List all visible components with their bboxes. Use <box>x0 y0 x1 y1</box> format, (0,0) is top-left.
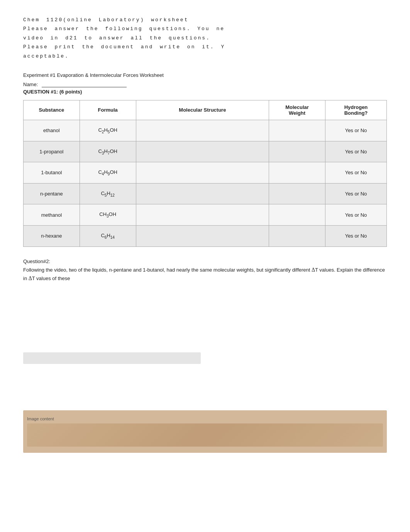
molecular-weight-cell[interactable] <box>269 120 325 141</box>
substance-formula: C6H14 <box>80 225 136 246</box>
molecular-structure-cell[interactable] <box>136 120 269 141</box>
header-line3: video in d21 to answer all the questions… <box>23 34 387 42</box>
substance-formula: CH3OH <box>80 204 136 226</box>
question1-label: QUESTION #1: <box>23 89 58 95</box>
table-row: methanol CH3OH Yes or No <box>24 204 387 226</box>
name-underline[interactable] <box>42 81 127 87</box>
col-header-molecular-weight: MolecularWeight <box>269 100 325 120</box>
molecular-weight-cell[interactable] <box>269 204 325 226</box>
header-line5: acceptable. <box>23 52 387 61</box>
table-row: ethanol C2H5OH Yes or No <box>24 120 387 141</box>
blurred-content <box>23 352 201 364</box>
col-header-molecular-structure: Molecular Structure <box>136 100 269 120</box>
bottom-image-label: Image content <box>27 416 383 421</box>
header-line2: Please answer the following questions. Y… <box>23 24 387 33</box>
experiment-title: Experiment #1 Evaporation & Intermolecul… <box>23 72 387 78</box>
question2-body: Following the video, two of the liquids,… <box>23 266 387 283</box>
col-header-hydrogen-bonding: HydrogenBonding? <box>325 100 386 120</box>
substance-name: 1-butanol <box>24 162 80 184</box>
header-section: Chem 1120(online Laboratory) worksheet P… <box>23 15 387 61</box>
name-label: Name: <box>23 82 38 87</box>
substance-formula: C2H5OH <box>80 120 136 141</box>
molecular-weight-cell[interactable] <box>269 183 325 204</box>
substance-name: methanol <box>24 204 80 226</box>
hydrogen-bonding-cell[interactable]: Yes or No <box>325 183 386 204</box>
substance-formula: C5H12 <box>80 183 136 204</box>
substance-formula: C3H7OH <box>80 141 136 162</box>
bottom-image-section: Image content <box>23 410 387 453</box>
hydrogen-bonding-cell[interactable]: Yes or No <box>325 162 386 184</box>
col-header-substance: Substance <box>24 100 80 120</box>
question1-points: (6 points) <box>59 89 82 95</box>
question2-section: Question#2: Following the video, two of … <box>23 258 387 283</box>
hydrogen-bonding-cell[interactable]: Yes or No <box>325 204 386 226</box>
substance-name: n-hexane <box>24 225 80 246</box>
molecular-weight-cell[interactable] <box>269 162 325 184</box>
hydrogen-bonding-cell[interactable]: Yes or No <box>325 225 386 246</box>
substance-name: n-pentane <box>24 183 80 204</box>
molecular-structure-cell[interactable] <box>136 183 269 204</box>
header-line4: Please print the document and write on i… <box>23 42 387 51</box>
molecular-weight-cell[interactable] <box>269 141 325 162</box>
molecular-structure-cell[interactable] <box>136 141 269 162</box>
molecular-structure-cell[interactable] <box>136 225 269 246</box>
bottom-image-placeholder <box>27 423 383 447</box>
table-row: 1-butanol C4H9OH Yes or No <box>24 162 387 184</box>
hydrogen-bonding-cell[interactable]: Yes or No <box>325 141 386 162</box>
table-row: 1-propanol C3H7OH Yes or No <box>24 141 387 162</box>
table-row: n-hexane C6H14 Yes or No <box>24 225 387 246</box>
question1-heading: QUESTION #1: (6 points) <box>23 89 387 95</box>
question2-title: Question#2: <box>23 258 387 264</box>
col-header-formula: Formula <box>80 100 136 120</box>
substances-table: Substance Formula Molecular Structure Mo… <box>23 100 387 247</box>
header-line1: Chem 1120(online Laboratory) worksheet <box>23 15 387 24</box>
molecular-weight-cell[interactable] <box>269 225 325 246</box>
delta-symbol: Δ <box>312 267 315 273</box>
name-line: Name: <box>23 81 387 87</box>
substance-formula: C4H9OH <box>80 162 136 184</box>
substance-name: 1-propanol <box>24 141 80 162</box>
substance-name: ethanol <box>24 120 80 141</box>
hydrogen-bonding-cell[interactable]: Yes or No <box>325 120 386 141</box>
table-row: n-pentane C5H12 Yes or No <box>24 183 387 204</box>
delta-symbol2: Δ <box>29 275 32 281</box>
molecular-structure-cell[interactable] <box>136 162 269 184</box>
molecular-structure-cell[interactable] <box>136 204 269 226</box>
